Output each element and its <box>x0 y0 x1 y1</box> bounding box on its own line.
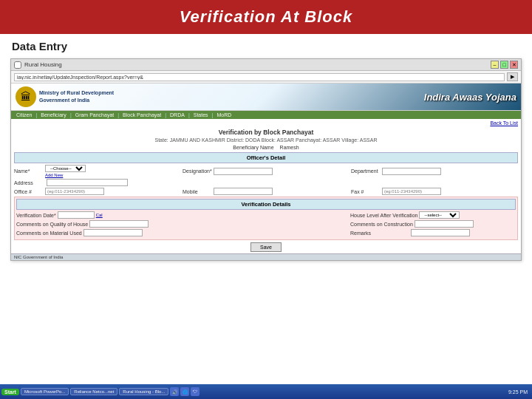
remarks-cell: Remarks <box>350 229 516 236</box>
iay-nav: Citizen | Beneficiary | Gram Panchayat |… <box>11 111 521 119</box>
comments-quality-label: Comments on Quality of House <box>16 222 88 227</box>
close-button[interactable]: ✕ <box>510 61 518 69</box>
taskbar-item-3[interactable]: Rural Housing - Blo... <box>119 388 168 395</box>
comments-construction-label: Comments on Construction <box>350 222 413 227</box>
fax-cell: Fax # <box>351 188 518 195</box>
speaker-icon: 🔊 <box>170 387 179 396</box>
page-title: Verification At Block <box>180 7 353 26</box>
mobile-input[interactable] <box>214 188 273 195</box>
officers-detail-section: Officer's Detail <box>14 152 518 163</box>
logo-area: 🏛 Ministry of Rural Development Governme… <box>16 86 114 107</box>
content-area: Verification by Block Panchayat State: J… <box>11 127 521 253</box>
officer-row-1: Name* --Choose-- Add New Designation* De… <box>14 165 518 177</box>
house-level-cell: House Level After Verification --select-… <box>350 211 516 219</box>
comments-construction-cell: Comments on Construction <box>350 220 516 228</box>
verification-date-input[interactable] <box>58 211 95 219</box>
comments-quality-cell: Comments on Quality of House <box>16 220 182 228</box>
beneficiary-name-value: Ramesh <box>280 145 299 150</box>
address-label: Address <box>14 180 44 185</box>
nav-block-panchayat[interactable]: Block Panchayat <box>119 111 165 119</box>
browser-title-text: Rural Housing <box>24 61 62 68</box>
footer-bar: NIC Government of India <box>11 253 521 260</box>
data-entry-label: Data Entry <box>0 34 532 55</box>
page-header: Verification At Block <box>0 0 532 34</box>
comments-material-label: Comments on Material Used <box>16 231 82 236</box>
fax-input[interactable] <box>382 188 441 195</box>
nav-beneficiary[interactable]: Beneficiary <box>37 111 70 119</box>
browser-window: Rural Housing – □ ✕ ▶ 🏛 Ministry of Rura… <box>10 58 522 261</box>
office-ph-label: Office # <box>14 189 44 194</box>
fax-label: Fax # <box>351 189 381 194</box>
remarks-label: Remarks <box>350 231 409 236</box>
nav-gram-panchayat[interactable]: Gram Panchayat <box>72 111 118 119</box>
name-cell: Name* --Choose-- Add New <box>14 165 181 177</box>
iay-header: 🏛 Ministry of Rural Development Governme… <box>11 83 521 111</box>
verification-date-label: Verification Date* <box>16 213 56 218</box>
verification-section-header: Verification Details <box>16 199 516 210</box>
form-title: Verification by Block Panchayat <box>14 129 518 136</box>
contact-row: Office # Mobile Fax # <box>14 188 518 195</box>
designation-cell: Designation* <box>183 165 349 177</box>
comments-row-2: Comments on Material Used Remarks <box>16 229 516 236</box>
cal-link[interactable]: Cal <box>96 213 103 217</box>
comments-material-cell: Comments on Material Used <box>16 229 182 236</box>
nav-citizen[interactable]: Citizen <box>13 111 35 119</box>
back-to-list-link[interactable]: Back To List <box>11 119 521 127</box>
address-row: Address <box>14 179 518 186</box>
form-subtitle: State: JAMMU AND KASHMIR District: DODA … <box>14 137 518 143</box>
nav-states[interactable]: States <box>190 111 212 119</box>
browser-addressbar: ▶ <box>11 71 521 83</box>
browser-controls: – □ ✕ <box>491 61 518 69</box>
emblem-icon: 🏛 <box>16 86 36 107</box>
browser-titlebar: Rural Housing – □ ✕ <box>11 59 521 71</box>
taskbar-item-1[interactable]: Microsoft PowerPo... <box>21 388 69 395</box>
remarks-input[interactable] <box>411 229 470 236</box>
iay-brand: Indira Awaas Yojana <box>424 92 516 103</box>
office-ph-cell: Office # <box>14 188 181 195</box>
mobile-label: Mobile <box>183 189 212 194</box>
name-label: Name* <box>14 168 44 174</box>
house-level-label: House Level After Verification <box>350 213 417 218</box>
browser-checkbox[interactable] <box>14 61 21 69</box>
verification-date-cell: Verification Date* Cal <box>16 211 182 219</box>
taskbar-item-2[interactable]: Reliance Netco...net <box>70 388 117 395</box>
address-input[interactable] <box>47 179 128 186</box>
maximize-button[interactable]: □ <box>500 61 508 69</box>
network-icon: 🌐 <box>180 387 189 396</box>
designation-input[interactable] <box>214 168 273 175</box>
department-input[interactable] <box>382 168 441 175</box>
mobile-cell: Mobile <box>183 188 349 195</box>
verification-section: Verification Details Verification Date* … <box>14 197 518 240</box>
office-ph-input[interactable] <box>45 188 104 195</box>
beneficiary-row: Beneficiary Name Ramesh <box>14 145 518 150</box>
comments-row-1: Comments on Quality of House Comments on… <box>16 220 516 228</box>
department-label: Department <box>351 168 381 174</box>
submit-row: Save <box>14 242 518 252</box>
go-button[interactable]: ▶ <box>507 72 518 81</box>
address-input[interactable] <box>14 73 505 81</box>
add-new-link[interactable]: Add New <box>45 173 86 177</box>
taskbar-clock: 9:25 PM <box>505 389 531 395</box>
nav-mord[interactable]: MoRD <box>213 111 235 119</box>
taskbar-icons: 🔊 🌐 🛡 <box>170 387 200 396</box>
verification-row-1: Verification Date* Cal House Level After… <box>16 211 516 219</box>
nav-drda[interactable]: DRDA <box>166 111 188 119</box>
comments-quality-input[interactable] <box>89 220 149 228</box>
ministry-text: Ministry of Rural Development Government… <box>39 89 114 104</box>
save-button[interactable]: Save <box>250 242 282 252</box>
footer-text: NIC Government of India <box>14 255 63 259</box>
house-level-select[interactable]: --select-- <box>419 211 460 219</box>
shield-icon: 🛡 <box>191 387 200 396</box>
taskbar: Start Microsoft PowerPo... Reliance Netc… <box>0 384 532 399</box>
minimize-button[interactable]: – <box>491 61 499 69</box>
name-select[interactable]: --Choose-- <box>45 165 86 172</box>
comments-material-input[interactable] <box>83 229 143 236</box>
department-cell: Department <box>351 165 518 177</box>
designation-label: Designation* <box>183 168 212 174</box>
comments-construction-input[interactable] <box>415 220 474 228</box>
beneficiary-name-label: Beneficiary Name <box>233 145 273 150</box>
start-button[interactable]: Start <box>1 389 19 395</box>
